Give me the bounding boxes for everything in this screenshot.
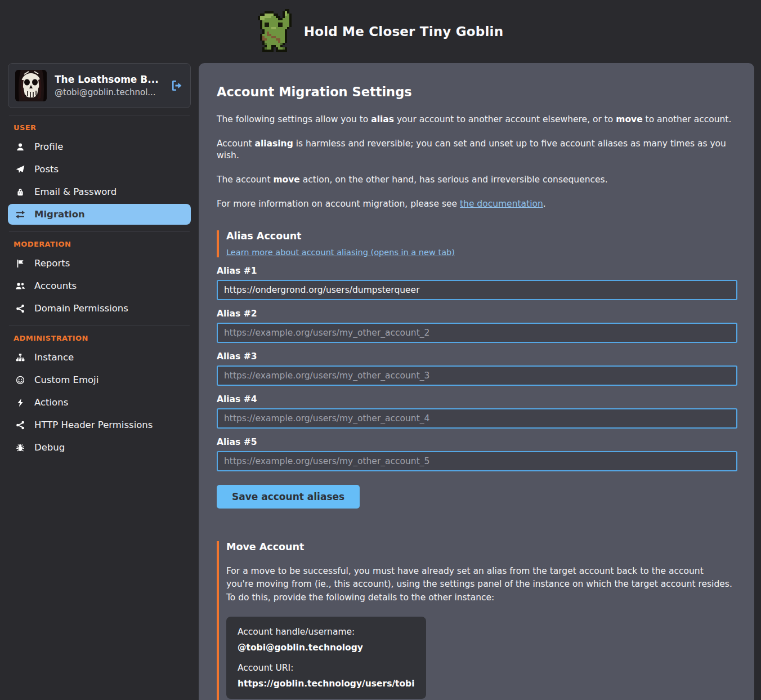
sidebar-item-label: Instance [34, 352, 74, 363]
alias-3-input[interactable] [217, 365, 737, 386]
share-nodes-icon [15, 304, 26, 313]
share-nodes-icon [15, 421, 26, 430]
sidebar-item-label: Domain Permissions [34, 303, 128, 314]
lock-icon [15, 188, 26, 197]
sidebar-item-posts[interactable]: Posts [8, 159, 191, 180]
users-icon [15, 282, 26, 291]
intro-text: The account [217, 175, 273, 185]
sidebar-item-domain-permissions[interactable]: Domain Permissions [8, 298, 191, 319]
alias-3-label: Alias #3 [217, 351, 737, 362]
sidebar-item-label: Posts [34, 164, 59, 175]
intro-paragraph: The following settings allow you to alia… [217, 114, 737, 126]
intro-text: For more information on account migratio… [217, 199, 460, 209]
intro-text: action, on the other hand, has serious a… [300, 175, 608, 185]
sidebar-divider [9, 231, 190, 232]
move-section-header: Move Account For a move to be successful… [217, 541, 737, 700]
page-title: Account Migration Settings [217, 84, 737, 99]
alias-5-input[interactable] [217, 451, 737, 471]
alias-form: Alias Account Learn more about account a… [217, 230, 737, 521]
transfer-arrows-icon [15, 210, 26, 219]
alias-4-input[interactable] [217, 408, 737, 429]
sidebar-item-label: Migration [34, 209, 85, 220]
avatar [15, 70, 47, 101]
user-handle: @tobi@goblin.technol... [55, 87, 161, 97]
flag-icon [15, 259, 26, 268]
account-uri-label: Account URI: [238, 663, 415, 673]
intro-paragraph: For more information on account migratio… [217, 198, 737, 210]
app-title: Hold Me Closer Tiny Goblin [304, 24, 504, 39]
sidebar-item-email-password[interactable]: Email & Password [8, 181, 191, 202]
sidebar-item-label: Custom Emoji [34, 374, 99, 385]
intro-text: Account [217, 139, 255, 149]
documentation-link[interactable]: the documentation [460, 199, 543, 209]
user-card[interactable]: The Loathsome B... @tobi@goblin.technol.… [8, 63, 191, 108]
main-panel: Account Migration Settings The following… [199, 63, 754, 700]
move-description: For a move to be successful, you must ha… [226, 565, 733, 605]
sidebar: The Loathsome B... @tobi@goblin.technol.… [0, 63, 199, 700]
category-moderation: MODERATION [14, 240, 191, 248]
intro-text: is harmless and reversible; you can set … [217, 139, 726, 160]
alias-1-label: Alias #1 [217, 266, 737, 276]
sidebar-item-label: Reports [34, 258, 70, 269]
alias-4-label: Alias #4 [217, 394, 737, 404]
category-administration: ADMINISTRATION [14, 334, 191, 342]
account-handle-label: Account handle/username: [238, 627, 415, 637]
intro-text: The following settings allow you to [217, 114, 371, 124]
alias-5-label: Alias #5 [217, 437, 737, 447]
intro-text: your account to another account elsewher… [394, 114, 616, 124]
sidebar-item-label: Actions [34, 397, 68, 408]
sidebar-item-label: Accounts [34, 280, 77, 291]
alias-heading: Alias Account [226, 230, 737, 242]
sidebar-item-debug[interactable]: Debug [8, 437, 191, 458]
sidebar-item-instance[interactable]: Instance [8, 347, 191, 368]
intro-bold: move [616, 114, 642, 124]
smiley-icon [15, 376, 26, 385]
save-account-aliases-button[interactable]: Save account aliases [217, 485, 360, 509]
sidebar-item-label: HTTP Header Permissions [34, 420, 153, 430]
alias-2-input[interactable] [217, 323, 737, 343]
sidebar-item-actions[interactable]: Actions [8, 392, 191, 413]
intro-paragraph: The account move action, on the other ha… [217, 174, 737, 186]
user-icon [15, 142, 26, 151]
app-header: Hold Me Closer Tiny Goblin [0, 0, 761, 63]
account-uri-value: https://goblin.technology/users/tobi [238, 679, 415, 689]
sitemap-icon [15, 353, 26, 362]
alias-learn-more-link[interactable]: Learn more about account aliasing (opens… [226, 248, 455, 257]
sidebar-item-reports[interactable]: Reports [8, 253, 191, 274]
sidebar-item-accounts[interactable]: Accounts [8, 275, 191, 296]
sidebar-item-label: Profile [34, 141, 63, 152]
paper-plane-icon [15, 165, 26, 174]
bolt-icon [15, 398, 26, 407]
intro-text: to another account. [643, 114, 732, 124]
alias-2-label: Alias #2 [217, 309, 737, 319]
intro-bold: aliasing [255, 139, 293, 149]
alias-section-header: Alias Account Learn more about account a… [217, 230, 737, 257]
sidebar-item-http-header-permissions[interactable]: HTTP Header Permissions [8, 414, 191, 435]
sidebar-divider [9, 326, 190, 326]
account-details-box: Account handle/username: @tobi@goblin.te… [226, 617, 426, 699]
intro-paragraph: Account aliasing is harmless and reversi… [217, 138, 737, 162]
goblin-logo-icon [258, 9, 294, 54]
sidebar-item-migration[interactable]: Migration [8, 204, 191, 225]
sidebar-item-label: Debug [34, 442, 65, 453]
sidebar-item-custom-emoji[interactable]: Custom Emoji [8, 369, 191, 390]
bug-icon [15, 443, 26, 452]
intro-text: . [543, 199, 546, 209]
move-heading: Move Account [226, 541, 737, 552]
sidebar-item-profile[interactable]: Profile [8, 136, 191, 157]
account-handle-value: @tobi@goblin.technology [238, 643, 415, 653]
alias-1-input[interactable] [217, 280, 737, 300]
user-names: The Loathsome B... @tobi@goblin.technol.… [55, 74, 161, 97]
intro-bold: alias [371, 114, 394, 124]
logout-icon[interactable] [169, 78, 183, 93]
intro-bold: move [273, 175, 299, 185]
sidebar-divider [9, 115, 190, 115]
user-display-name: The Loathsome B... [55, 74, 161, 85]
category-user: USER [14, 123, 191, 132]
sidebar-item-label: Email & Password [34, 186, 117, 197]
move-form: Move Account For a move to be successful… [217, 541, 737, 700]
